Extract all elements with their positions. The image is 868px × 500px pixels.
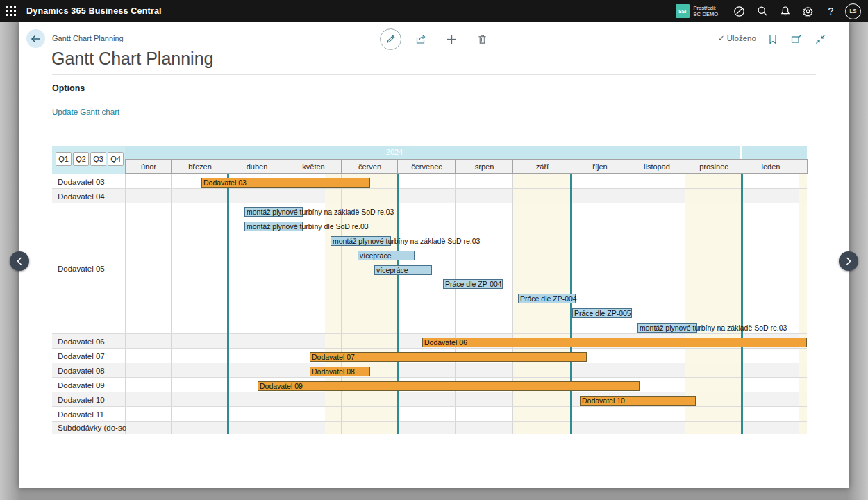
year-band-0 — [125, 146, 740, 159]
quarter-start-line — [227, 174, 229, 434]
add-new-button[interactable] — [440, 28, 462, 50]
help-icon[interactable]: ? — [819, 0, 842, 22]
month-header-červenec: červenec — [397, 159, 456, 174]
gantt-bar-label: Dodavatel 08 — [312, 367, 355, 376]
highlight-period-2 — [685, 174, 742, 434]
month-header-únor: únor — [125, 159, 172, 174]
month-gridline — [685, 174, 685, 434]
gantt-bar-label: montáž plynové turbíny na základě SoD re… — [247, 207, 394, 217]
gantt-bar-label: Dodavatel 07 — [312, 352, 355, 362]
page-toolbar — [380, 28, 493, 50]
gantt-row-label: Dodavatel 09 — [52, 378, 129, 392]
quarter-start-line — [570, 174, 572, 434]
month-gridline — [799, 174, 799, 434]
help-glyph: ? — [828, 6, 834, 17]
gantt-bar-label: montáž plynové turbíny dle SoD re.03 — [247, 222, 369, 231]
quarter-start-line — [741, 174, 743, 434]
gantt-bar-label: vícepráce — [376, 265, 408, 275]
month-header-spacer — [799, 159, 808, 174]
quarter-start-line — [397, 174, 399, 434]
collapse-arrows-icon[interactable] — [811, 28, 829, 50]
gantt-bar-label: Práce dle ZP-004 — [445, 279, 502, 289]
header-right-icons — [764, 28, 829, 50]
saved-check-icon: ✓ — [718, 33, 725, 43]
month-header-prosinec: prosinec — [685, 159, 743, 174]
delete-trash-button[interactable] — [471, 28, 493, 50]
back-button[interactable] — [26, 29, 45, 48]
options-section-title: Options — [52, 83, 85, 93]
row-border — [52, 333, 807, 334]
row-border — [52, 188, 807, 189]
quarter-button-q1[interactable]: Q1 — [56, 152, 72, 166]
gantt-bar-label: Dodavatel 06 — [424, 338, 467, 347]
month-gridline — [455, 174, 456, 434]
month-header-březen: březen — [171, 159, 229, 174]
quarter-selector-block: Q1Q2Q3Q4 — [52, 146, 125, 174]
row-border — [52, 203, 807, 203]
environment-badge: SSI — [676, 4, 690, 18]
environment-label: Prostředí: — [694, 5, 718, 11]
gantt-bar-label: montáž plynové turbíny na základě SoD re… — [640, 323, 787, 333]
gantt-bar-label: Dodavatel 09 — [260, 381, 303, 391]
gantt-row-label: Dodavatel 08 — [52, 363, 129, 378]
gantt-body: Dodavatel 03Dodavatel 04Dodavatel 05Doda… — [52, 174, 807, 434]
options-underline — [52, 97, 808, 97]
month-header-říjen: říjen — [571, 159, 629, 174]
gantt-bar-label: Práce dle ZP-004 — [520, 294, 577, 303]
gantt-bar-label: vícepráce — [360, 251, 392, 260]
row-border — [52, 174, 807, 174]
gantt-bar-label: Dodavatel 03 — [203, 178, 247, 188]
month-header-duben: duben — [228, 159, 286, 174]
scroll-right-button[interactable] — [839, 251, 858, 271]
avatar[interactable]: LS — [845, 3, 861, 19]
open-in-window-icon[interactable] — [787, 28, 806, 50]
month-gridline — [628, 174, 628, 434]
month-header-srpen: srpen — [455, 159, 514, 174]
environment-name: BC-DEMO — [694, 11, 718, 17]
page-card: Gantt Chart Planning Gantt Chart Plannin… — [19, 22, 849, 488]
row-border — [52, 421, 807, 422]
quarter-button-q3[interactable]: Q3 — [90, 152, 106, 166]
settings-gear-icon[interactable] — [796, 0, 819, 22]
gantt-bar-label: Práce dle ZP-005 — [574, 308, 631, 318]
month-gridline — [171, 174, 172, 434]
month-header-listopad: listopad — [628, 159, 686, 174]
dynamics365-icon[interactable] — [728, 0, 751, 22]
gantt-chart: Q1Q2Q3Q42024únorbřezendubenkvětenčervenč… — [52, 146, 808, 434]
gantt-row-label: Dodavatel 06 — [52, 334, 129, 349]
quarter-button-q2[interactable]: Q2 — [73, 152, 89, 166]
app-title[interactable]: Dynamics 365 Business Central — [26, 6, 162, 16]
quarter-button-q4[interactable]: Q4 — [108, 152, 124, 166]
header-divider — [52, 74, 816, 75]
environment-text: Prostředí: BC-DEMO — [694, 5, 718, 17]
month-header-květen: květen — [285, 159, 342, 174]
gantt-row-label: Dodavatel 10 — [52, 392, 129, 407]
update-gantt-chart-link[interactable]: Update Gantt chart — [52, 108, 119, 116]
year-band-1 — [742, 146, 807, 159]
bookmark-icon[interactable] — [764, 28, 782, 50]
month-header-září: září — [512, 159, 572, 174]
top-app-bar: Dynamics 365 Business Central SSI Prostř… — [0, 0, 868, 22]
share-button[interactable] — [410, 28, 432, 50]
environment-chip[interactable]: SSI Prostředí: BC-DEMO — [676, 4, 718, 18]
saved-status: ✓ Uloženo — [718, 33, 756, 43]
gantt-row-label: Dodavatel 04 — [52, 189, 129, 203]
row-border — [52, 392, 807, 392]
month-gridline — [512, 174, 513, 434]
gantt-bar-orange[interactable] — [422, 338, 807, 347]
gantt-row-label: Dodavatel 03 — [52, 174, 129, 189]
search-icon[interactable] — [751, 0, 774, 22]
notifications-bell-icon[interactable] — [774, 0, 796, 22]
gantt-bar-label: montáž plynové turbíny na základě SoD re… — [333, 236, 480, 246]
highlight-period-1 — [512, 174, 571, 434]
breadcrumb[interactable]: Gantt Chart Planning — [52, 34, 124, 42]
app-launcher-icon[interactable] — [0, 0, 22, 22]
gantt-row-label: Dodavatel 07 — [52, 349, 129, 363]
month-header-červen: červen — [341, 159, 399, 174]
month-header-leden: leden — [742, 159, 800, 174]
scroll-left-button[interactable] — [10, 251, 29, 271]
gantt-bar-orange[interactable] — [258, 381, 640, 391]
row-border — [52, 377, 807, 378]
edit-pencil-button[interactable] — [380, 28, 401, 50]
year-band-label: 2024 — [386, 148, 403, 156]
